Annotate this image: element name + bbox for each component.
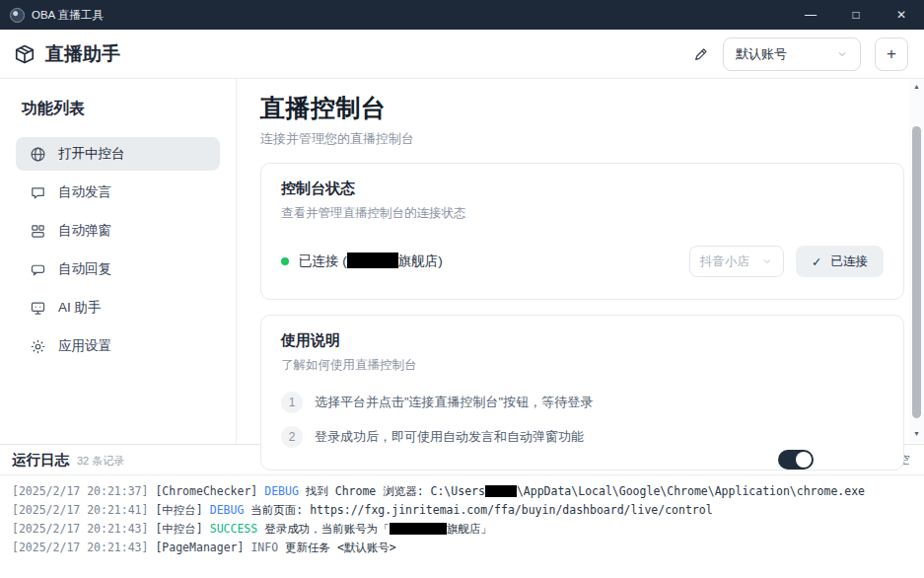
check-icon: ✓ xyxy=(812,254,821,269)
main-content: 直播控制台 连接并管理您的直播控制台 控制台状态 查看并管理直播控制台的连接状态… xyxy=(237,79,924,444)
log-message: 找到 Chrome 浏览器: C:\Users xyxy=(306,484,485,498)
log-level: INFO xyxy=(250,541,278,554)
titlebar-left: OBA 直播工具 xyxy=(10,8,104,23)
sidebar-item-auto-popup[interactable]: 自动弹窗 xyxy=(16,214,220,248)
status-controls: 抖音小店 ✓ 已连接 xyxy=(689,246,884,277)
autoscroll-toggle[interactable] xyxy=(778,450,814,470)
sidebar: 功能列表 打开中控台自动发言自动弹窗自动回复AI 助手应用设置 xyxy=(0,79,237,444)
chat-icon xyxy=(30,184,46,201)
log-entry: [2025/2/17 20:21:43] [PageManager] INFO … xyxy=(12,539,912,557)
sidebar-item-label: AI 助手 xyxy=(58,299,102,317)
scroll-up-icon[interactable]: ▲ xyxy=(909,82,924,92)
content-title: 直播控制台 xyxy=(260,93,904,122)
app-logo-icon xyxy=(10,8,25,23)
log-entry: [2025/2/17 20:21:41] [中控台] DEBUG 当前页面: h… xyxy=(12,501,912,520)
log-level: SUCCESS xyxy=(210,522,257,536)
package-icon xyxy=(14,43,36,65)
redacted-text xyxy=(485,485,517,497)
platform-select-value: 抖音小店 xyxy=(700,253,749,270)
sidebar-item-auto-reply[interactable]: 自动回复 xyxy=(16,253,220,286)
account-select-value: 默认账号 xyxy=(736,45,787,63)
maximize-button[interactable]: □ xyxy=(833,0,879,30)
help-card-subtitle: 了解如何使用直播控制台 xyxy=(281,357,884,374)
help-step: 1选择平台并点击"连接直播控制台"按钮，等待登录 xyxy=(281,392,884,413)
body-area: 功能列表 打开中控台自动发言自动弹窗自动回复AI 助手应用设置 直播控制台 连接… xyxy=(0,79,924,444)
log-timestamp: [2025/2/17 20:21:43] xyxy=(12,522,148,536)
log-message: 旗舰店」 xyxy=(447,522,492,536)
add-account-button[interactable]: + xyxy=(875,37,908,71)
log-level: DEBUG xyxy=(264,484,299,498)
account-select[interactable]: 默认账号 xyxy=(723,37,861,71)
sidebar-nav: 打开中控台自动发言自动弹窗自动回复AI 助手应用设置 xyxy=(16,137,220,363)
titlebar: OBA 直播工具 — □ ✕ xyxy=(0,0,924,30)
log-timestamp: [2025/2/17 20:21:41] xyxy=(12,503,148,517)
connected-dot-icon xyxy=(281,257,289,265)
app-title: OBA 直播工具 xyxy=(32,8,104,23)
log-source: [中控台] xyxy=(155,522,202,536)
popup-icon xyxy=(30,223,46,240)
globe-icon xyxy=(30,146,46,163)
log-header-left: 运行日志 32 条记录 xyxy=(12,451,124,470)
step-number-badge: 1 xyxy=(281,392,303,413)
edit-account-icon[interactable] xyxy=(693,46,709,62)
log-message: 登录成功，当前账号为「 xyxy=(264,522,390,536)
connection-status-text: 已连接 (旗舰店) xyxy=(299,253,443,270)
step-text: 选择平台并点击"连接直播控制台"按钮，等待登录 xyxy=(315,394,593,411)
connection-status: 已连接 (旗舰店) xyxy=(281,253,443,270)
status-card-title: 控制台状态 xyxy=(281,180,884,198)
sidebar-item-label: 自动弹窗 xyxy=(58,222,111,240)
log-message: \AppData\Local\Google\Chrome\Application… xyxy=(517,484,865,498)
help-step: 2登录成功后，即可使用自动发言和自动弹窗功能 xyxy=(281,426,884,448)
platform-select[interactable]: 抖音小店 xyxy=(689,246,784,277)
help-card-title: 使用说明 xyxy=(281,331,884,350)
scrollbar-thumb[interactable] xyxy=(912,126,921,418)
header-left: 直播助手 xyxy=(14,41,120,67)
window-controls: — □ ✕ xyxy=(788,0,924,30)
chevron-down-icon xyxy=(761,255,773,267)
log-source: [中控台] xyxy=(155,503,202,517)
sidebar-item-ai-assistant[interactable]: AI 助手 xyxy=(16,291,220,325)
sidebar-title: 功能列表 xyxy=(16,99,220,119)
close-button[interactable]: ✕ xyxy=(879,0,924,30)
log-title: 运行日志 xyxy=(12,451,69,470)
page-title: 直播助手 xyxy=(45,41,120,67)
connected-button-label: 已连接 xyxy=(831,253,869,270)
log-timestamp: [2025/2/17 20:21:43] xyxy=(12,541,148,554)
status-card: 控制台状态 查看并管理直播控制台的连接状态 已连接 (旗舰店) 抖音小店 xyxy=(260,163,904,300)
log-entry: [2025/2/17 20:21:37] [ChromeChecker] DEB… xyxy=(12,482,912,501)
content-scrollbar[interactable]: ▲ ▼ xyxy=(909,79,924,442)
sidebar-item-auto-speak[interactable]: 自动发言 xyxy=(16,176,220,209)
log-source: [PageManager] xyxy=(155,541,244,554)
log-source: [ChromeChecker] xyxy=(155,484,257,498)
redacted-shop-name xyxy=(347,253,398,268)
header-right: 默认账号 + xyxy=(693,37,908,71)
help-steps: 1选择平台并点击"连接直播控制台"按钮，等待登录2登录成功后，即可使用自动发言和… xyxy=(281,392,884,448)
sidebar-item-label: 应用设置 xyxy=(58,337,111,355)
redacted-text xyxy=(390,523,447,535)
sidebar-item-app-settings[interactable]: 应用设置 xyxy=(16,329,220,363)
log-lines: [2025/2/17 20:21:37] [ChromeChecker] DEB… xyxy=(0,475,924,557)
status-card-subtitle: 查看并管理直播控制台的连接状态 xyxy=(281,205,884,222)
minimize-button[interactable]: — xyxy=(788,0,833,30)
log-entry: [2025/2/17 20:21:43] [中控台] SUCCESS 登录成功，… xyxy=(12,520,912,539)
step-number-badge: 2 xyxy=(281,426,303,448)
log-level: DEBUG xyxy=(210,503,245,517)
reply-icon xyxy=(30,261,46,278)
log-message: 当前页面: https://fxg.jinritemai.com/ffa/buy… xyxy=(250,503,712,517)
sidebar-item-label: 打开中控台 xyxy=(58,145,125,163)
status-row: 已连接 (旗舰店) 抖音小店 ✓ 已连接 xyxy=(281,246,884,277)
log-message: 更新任务 <默认账号> xyxy=(285,541,396,554)
log-timestamp: [2025/2/17 20:21:37] xyxy=(12,484,148,498)
app-header: 直播助手 默认账号 + xyxy=(0,30,924,79)
scroll-down-icon[interactable]: ▼ xyxy=(909,429,924,439)
sidebar-item-label: 自动回复 xyxy=(58,260,111,278)
app-window: OBA 直播工具 — □ ✕ 直播助手 默认账号 + xyxy=(0,0,924,578)
step-text: 登录成功后，即可使用自动发言和自动弹窗功能 xyxy=(315,428,584,446)
help-card: 使用说明 了解如何使用直播控制台 1选择平台并点击"连接直播控制台"按钮，等待登… xyxy=(260,315,904,470)
content-subtitle: 连接并管理您的直播控制台 xyxy=(260,130,904,148)
toggle-knob xyxy=(796,452,812,468)
sidebar-item-label: 自动发言 xyxy=(58,183,111,201)
connected-button[interactable]: ✓ 已连接 xyxy=(796,246,884,277)
monitor-icon xyxy=(30,300,46,317)
sidebar-item-open-console[interactable]: 打开中控台 xyxy=(16,137,220,171)
